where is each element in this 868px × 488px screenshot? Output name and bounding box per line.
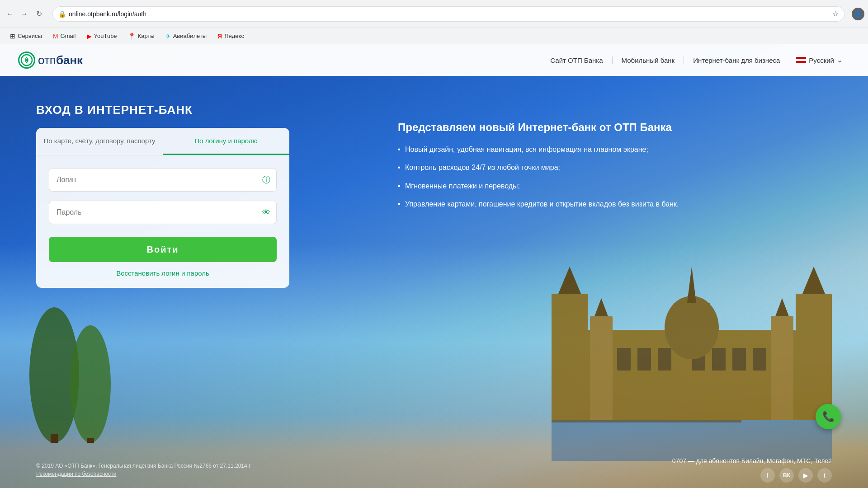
nav-business[interactable]: Интернет-банк для бизнеса	[684, 56, 789, 64]
login-section: ВХОД В ИНТЕРНЕТ-БАНК По карте, счёту, до…	[36, 103, 298, 288]
help-icon[interactable]: ⓘ	[262, 174, 270, 185]
footer: © 2019 АО «ОТП Банк». Генеральная лиценз…	[0, 452, 868, 488]
info-list: Новый дизайн, удобная навигация, вся инф…	[398, 145, 679, 210]
login-input-group: ⓘ	[49, 168, 277, 192]
bookmarks-bar: ⊞ Сервисы M Gmail ▶ YouTube 📍 Карты ✈ Ав…	[0, 28, 868, 44]
login-button[interactable]: Войти	[49, 237, 277, 262]
main-content: ВХОД В ИНТЕРНЕТ-БАНК По карте, счёту, до…	[0, 76, 868, 488]
site-header: отпбанк Сайт ОТП Банка Мобильный банк Ин…	[0, 44, 868, 76]
bookmark-services[interactable]: ⊞ Сервисы	[5, 31, 47, 42]
login-card: По карте, счёту, договору, паспорту По л…	[36, 128, 289, 288]
footer-phone: 0707 — для абонентов Билайн, Мегафон, МТ…	[672, 457, 832, 465]
tab-login[interactable]: По логину и паролю	[163, 128, 289, 155]
chat-button[interactable]: 📞	[816, 404, 841, 429]
logo-icon	[20, 54, 33, 66]
language-selector[interactable]: Русский ⌄	[789, 56, 850, 64]
login-tabs: По карте, счёту, договору, паспорту По л…	[36, 128, 289, 155]
social-icons: f ВК ▶ t	[760, 468, 832, 483]
otp-logo: отпбанк	[18, 52, 83, 69]
list-item: Контроль расходов 24/7 из любой точки ми…	[398, 163, 679, 173]
forward-button[interactable]: →	[18, 8, 31, 20]
page-title: ВХОД В ИНТЕРНЕТ-БАНК	[36, 103, 298, 117]
info-section: Представляем новый Интернет-банк от ОТП …	[398, 103, 679, 218]
bookmark-avia[interactable]: ✈ Авиабилеты	[161, 31, 211, 42]
browser-navigation: ← → ↻	[4, 8, 45, 20]
avia-icon: ✈	[165, 33, 171, 40]
bookmark-maps-label: Карты	[138, 33, 155, 39]
password-input[interactable]	[49, 201, 277, 224]
refresh-button[interactable]: ↻	[33, 8, 45, 20]
tab-card[interactable]: По карте, счёту, договору, паспорту	[36, 128, 163, 155]
nav-mobile[interactable]: Мобильный банк	[613, 56, 684, 64]
youtube-icon: ▶	[87, 33, 92, 40]
services-icon: ⊞	[10, 33, 15, 40]
address-bar[interactable]: 🔒 online.otpbank.ru/login/auth ☆	[52, 6, 844, 22]
restore-link[interactable]: Восстановить логин и пароль	[49, 269, 277, 277]
logo-text: отпбанк	[38, 53, 83, 67]
bookmark-youtube-label: YouTube	[94, 33, 117, 39]
twitter-icon[interactable]: t	[817, 468, 832, 483]
russian-flag-icon	[796, 57, 806, 63]
facebook-icon[interactable]: f	[760, 468, 775, 483]
list-item: Управление картами, погашение кредитов и…	[398, 199, 679, 209]
gmail-icon: M	[53, 33, 58, 40]
footer-right: 0707 — для абонентов Билайн, Мегафон, МТ…	[672, 457, 832, 483]
chevron-down-icon: ⌄	[837, 56, 843, 64]
footer-copyright: © 2019 АО «ОТП Банк». Генеральная лиценз…	[36, 462, 250, 478]
bookmark-maps[interactable]: 📍 Карты	[123, 31, 159, 42]
bookmark-gmail[interactable]: M Gmail	[48, 31, 80, 42]
bookmark-yandex[interactable]: Я Яндекс	[213, 31, 249, 42]
login-input[interactable]	[49, 168, 277, 192]
youtube-icon[interactable]: ▶	[798, 468, 813, 483]
maps-icon: 📍	[128, 33, 136, 40]
bookmark-star-icon[interactable]: ☆	[832, 9, 839, 18]
yandex-icon: Я	[217, 33, 222, 40]
login-form: ⓘ 👁 Войти Восстановить логин и пароль	[36, 168, 289, 277]
profile-avatar[interactable]: 👤	[852, 8, 864, 20]
info-title: Представляем новый Интернет-банк от ОТП …	[398, 121, 679, 134]
security-link[interactable]: Рекомендации по безопасности	[36, 471, 116, 477]
svg-point-28	[25, 59, 28, 61]
page: отпбанк Сайт ОТП Банка Мобильный банк Ин…	[0, 44, 868, 488]
vk-icon[interactable]: ВК	[779, 468, 794, 483]
browser-chrome: ← → ↻ 🔒 online.otpbank.ru/login/auth ☆ 👤	[0, 0, 868, 28]
bookmark-avia-label: Авиабилеты	[173, 33, 207, 39]
bookmark-yandex-label: Яндекс	[224, 33, 244, 39]
eye-icon[interactable]: 👁	[262, 208, 270, 217]
logo-circle	[18, 52, 35, 69]
list-item: Мгновенные платежи и переводы;	[398, 181, 679, 191]
bookmark-services-label: Сервисы	[18, 33, 42, 39]
list-item: Новый дизайн, удобная навигация, вся инф…	[398, 145, 679, 155]
url-text: online.otpbank.ru/login/auth	[69, 10, 830, 18]
back-button[interactable]: ←	[4, 8, 16, 20]
password-input-group: 👁	[49, 201, 277, 224]
bookmark-gmail-label: Gmail	[61, 33, 76, 39]
header-navigation: Сайт ОТП Банка Мобильный банк Интернет-б…	[541, 56, 850, 64]
bookmark-youtube[interactable]: ▶ YouTube	[82, 31, 122, 42]
phone-chat-icon: 📞	[822, 411, 835, 422]
lock-icon: 🔒	[58, 10, 66, 18]
language-label: Русский	[809, 56, 834, 64]
nav-site[interactable]: Сайт ОТП Банка	[541, 56, 612, 64]
